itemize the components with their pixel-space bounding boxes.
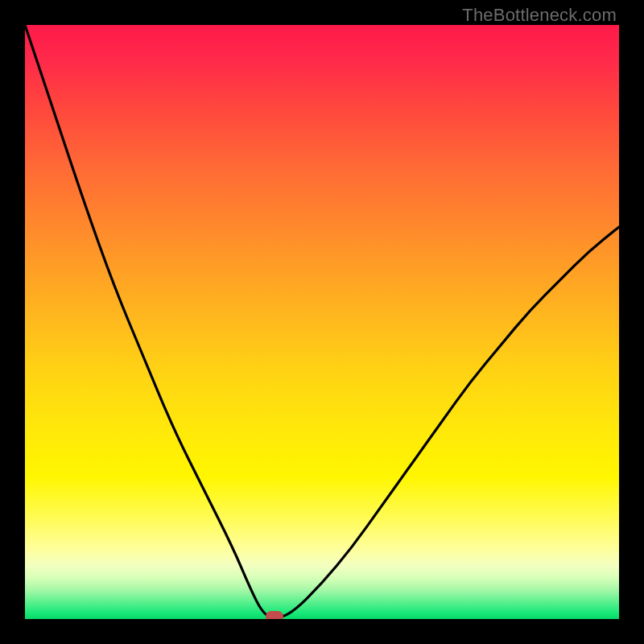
minimum-marker xyxy=(266,611,283,619)
chart-frame: TheBottleneck.com xyxy=(0,0,644,644)
bottleneck-curve xyxy=(25,25,619,617)
watermark-text: TheBottleneck.com xyxy=(462,5,617,26)
curve-svg xyxy=(25,25,619,619)
plot-area xyxy=(25,25,619,619)
